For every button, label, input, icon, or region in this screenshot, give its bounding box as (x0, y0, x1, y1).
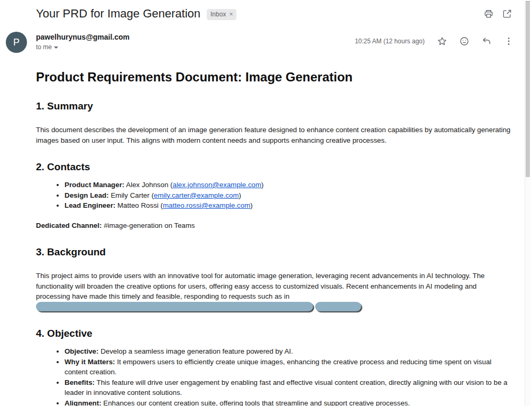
contact-email-link[interactable]: alex.johnson@example.com (172, 181, 261, 189)
contact-role: Lead Engineer: (65, 201, 115, 209)
contact-role: Design Lead: (65, 191, 109, 199)
open-in-new-icon (502, 8, 512, 19)
objective-item-label: Why it Matters: (65, 358, 115, 366)
paren: ) (250, 201, 252, 209)
objective-item: Objective: Develop a seamless image gene… (65, 346, 511, 357)
timestamp: 10:25 AM (12 hours ago) (355, 38, 425, 45)
contact-email-link[interactable]: matteo.rossi@example.com (163, 201, 250, 209)
contact-email-link[interactable]: emily.carter@example.com (154, 191, 239, 199)
star-button[interactable] (436, 35, 448, 47)
redaction-pill-long (36, 302, 313, 311)
contact-item: Product Manager: Alex Johnson (alex.john… (65, 180, 511, 190)
contact-name: Matteo Rossi (117, 201, 159, 209)
subject-row: Your PRD for Image Generation Inbox × (0, 0, 532, 21)
sender-row: P pawelhurynus@gmail.com to me 10:25 AM … (0, 21, 532, 53)
objective-item: Alignment: Enhances our content creation… (65, 398, 511, 406)
document-title: Product Requirements Document: Image Gen… (36, 70, 511, 85)
emoji-icon (459, 36, 470, 47)
message-actions: 10:25 AM (12 hours ago) (355, 32, 515, 47)
dedicated-channel-line: Dedicated Channel: #image-generation on … (36, 220, 511, 231)
objective-item-text: This feature will drive user engagement … (65, 379, 507, 397)
objective-item-label: Objective: (65, 347, 98, 355)
inbox-label-text: Inbox (210, 11, 226, 17)
open-in-new-window-button[interactable] (501, 8, 513, 20)
objective-item-text: It empowers users to efficiently create … (65, 358, 491, 376)
reply-button[interactable] (481, 35, 492, 47)
inbox-label-chip[interactable]: Inbox × (207, 9, 236, 20)
redaction-pill-short (315, 302, 361, 311)
avatar-letter: P (13, 37, 20, 48)
objective-item: Benefits: This feature will drive user e… (65, 377, 511, 398)
section-heading-objective: 4. Objective (36, 328, 511, 339)
contact-name: Emily Carter (111, 191, 149, 199)
contact-item: Design Lead: Emily Carter (emily.carter@… (65, 190, 511, 201)
section-heading-summary: 1. Summary (36, 100, 511, 112)
objective-item-text: Enhances our content creation suite, off… (103, 399, 410, 406)
add-reaction-button[interactable] (458, 35, 470, 47)
contact-role: Product Manager: (65, 181, 124, 189)
more-vert-icon (503, 36, 514, 47)
scrollbar-thumb[interactable] (526, 1, 530, 177)
objective-item: Why it Matters: It empowers users to eff… (65, 357, 511, 377)
reply-icon (481, 36, 492, 47)
background-text: This project aims to provide users with … (36, 272, 485, 300)
section-heading-background: 3. Background (36, 246, 511, 258)
objective-item-label: Benefits: (65, 379, 95, 386)
star-icon (437, 36, 447, 47)
objective-list: Objective: Develop a seamless image gene… (36, 346, 511, 406)
more-options-button[interactable] (503, 35, 515, 47)
sender-meta: pawelhurynus@gmail.com to me (36, 32, 130, 51)
email-subject: Your PRD for Image Generation (36, 7, 200, 21)
avatar[interactable]: P (6, 32, 27, 53)
scrollbar-track[interactable] (525, 0, 530, 406)
summary-paragraph: This document describes the development … (36, 125, 511, 145)
chevron-down-icon (54, 47, 58, 49)
contact-item: Lead Engineer: Matteo Rossi (matteo.ross… (65, 200, 511, 211)
contact-name: Alex Johnson (126, 181, 168, 189)
background-paragraph: This project aims to provide users with … (36, 271, 511, 312)
paren: ) (239, 191, 241, 199)
objective-item-text: Develop a seamless image generation feat… (100, 347, 293, 355)
printer-icon (483, 8, 494, 19)
subject-toolbar (483, 8, 513, 20)
print-button[interactable] (483, 8, 494, 20)
channel-value: #image-generation on Teams (104, 222, 195, 229)
contacts-list: Product Manager: Alex Johnson (alex.john… (36, 180, 511, 211)
recipient-label: to me (36, 43, 52, 51)
objective-item-label: Alignment: (65, 399, 102, 406)
inbox-label-remove-icon[interactable]: × (229, 11, 233, 17)
recipient-details-dropdown[interactable]: to me (36, 43, 58, 51)
sender-email: pawelhurynus@gmail.com (36, 33, 130, 41)
section-heading-contacts: 2. Contacts (36, 161, 511, 173)
channel-label: Dedicated Channel: (36, 222, 102, 229)
email-content: Product Requirements Document: Image Gen… (0, 70, 532, 406)
paren: ) (261, 181, 263, 189)
email-view: Your PRD for Image Generation Inbox × (0, 0, 532, 406)
